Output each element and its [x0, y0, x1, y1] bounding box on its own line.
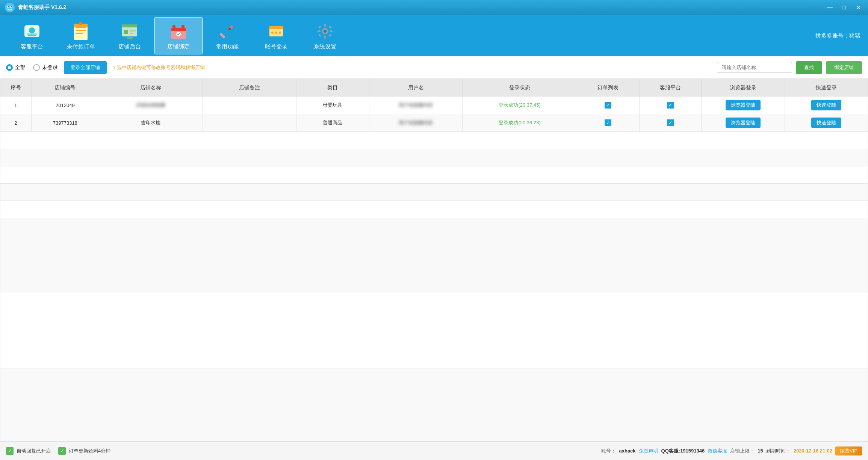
fast-login-button-2[interactable]: 快速登陆	[811, 118, 841, 128]
col-shop-name: 店铺名称	[99, 79, 203, 97]
expiry-value: 2020-12-16 21:02	[794, 448, 832, 454]
svg-point-29	[271, 32, 274, 34]
cell-service-2[interactable]: ✓	[639, 114, 702, 132]
nav-item-customer-service[interactable]: 客服平台	[8, 17, 56, 54]
radio-not-logged-circle	[33, 64, 40, 71]
auto-reply-checkbox[interactable]: ✓	[6, 447, 14, 455]
vip-button[interactable]: 续费VIP	[835, 446, 862, 455]
radio-all-circle	[6, 64, 13, 71]
radio-all[interactable]: 全部	[6, 64, 26, 71]
cell-shop-id-1: 2012049	[31, 97, 99, 114]
svg-rect-18	[130, 33, 133, 34]
filter-radio-group: 全部 未登录	[6, 64, 58, 71]
cell-category-1: 母婴玩具	[296, 97, 369, 114]
footer-right: 账号： axhack 免责声明 QQ客服:191591346 微信客服 店铺上限…	[601, 446, 862, 455]
nav-item-shop-bind[interactable]: 店铺绑定	[154, 17, 203, 54]
svg-rect-38	[318, 25, 321, 28]
browser-login-button-1[interactable]: 浏览器登陆	[726, 100, 761, 110]
svg-rect-17	[130, 30, 136, 32]
search-input[interactable]	[717, 62, 792, 73]
table-header-row: 序号 店铺编号 店铺名称 店铺备注 类目 用户名 登录状态 订单列表 客服平台 …	[0, 79, 868, 97]
col-fast-login: 快速登录	[785, 79, 868, 97]
nav-item-common-functions[interactable]: 常用功能	[203, 17, 252, 54]
disclaimer-link[interactable]: 免责声明	[639, 448, 658, 454]
search-button[interactable]: 查找	[796, 61, 822, 74]
bind-shop-button[interactable]: 绑定店铺	[826, 61, 862, 74]
col-category: 类目	[296, 79, 369, 97]
col-index: 序号	[0, 79, 32, 97]
minimize-button[interactable]: —	[823, 2, 836, 13]
shop-backend-icon	[120, 21, 139, 41]
nav-label-system-settings: 系统设置	[314, 43, 336, 50]
username-blurred-1: 用户名隐藏内容	[399, 102, 433, 108]
nav-item-system-settings[interactable]: 系统设置	[301, 17, 349, 54]
order-checkbox-1[interactable]: ✓	[605, 102, 611, 109]
shop-table: 序号 店铺编号 店铺名称 店铺备注 类目 用户名 登录状态 订单列表 客服平台 …	[0, 79, 868, 441]
svg-rect-39	[329, 25, 332, 28]
cell-order-2[interactable]: ✓	[577, 114, 639, 132]
window-controls: — □ ✕	[823, 0, 865, 15]
svg-point-0	[5, 3, 15, 12]
hint-text: 1.选中店铺右键可修改账号密码和解绑店铺	[113, 64, 205, 71]
table-row-empty	[0, 201, 868, 218]
cell-username-1: 用户名隐藏内容	[369, 97, 463, 114]
footer-left: ✓ 自动回复已开启 ✓ 订单更新还剩4分钟	[6, 447, 110, 455]
auto-reply-label: 自动回复已开启	[17, 448, 51, 454]
cell-username-2: 用户名隐藏内容	[369, 114, 463, 132]
nav-item-unpaid-orders[interactable]: 未付款订单	[56, 17, 105, 54]
wechat-service-link[interactable]: 微信客服	[708, 448, 727, 454]
account-label: 账号：	[601, 448, 616, 454]
svg-point-6	[29, 27, 35, 33]
col-shop-remark: 店铺备注	[203, 79, 296, 97]
nav-item-account-login[interactable]: 账号登录	[252, 17, 301, 54]
order-update-checkbox[interactable]: ✓	[58, 447, 66, 455]
cell-service-1[interactable]: ✓	[639, 97, 702, 114]
svg-rect-10	[76, 30, 86, 31]
svg-rect-34	[324, 24, 326, 27]
table-row-empty	[0, 293, 868, 368]
order-checkbox-2[interactable]: ✓	[605, 119, 611, 126]
svg-rect-28	[269, 26, 283, 29]
radio-not-logged[interactable]: 未登录	[33, 64, 58, 71]
username-blurred-2: 用户名隐藏内容	[399, 120, 433, 125]
shop-limit-value: 15	[758, 448, 763, 454]
cell-order-1[interactable]: ✓	[577, 97, 639, 114]
radio-not-logged-label: 未登录	[42, 64, 58, 71]
cell-browser-login-2[interactable]: 浏览器登陆	[702, 114, 785, 132]
table-row: 2 739773318 吉印水族 普通商品 用户名隐藏内容 登录成功(20:36…	[0, 114, 868, 132]
order-update-label: 订单更新还剩4分钟	[69, 448, 110, 454]
close-button[interactable]: ✕	[851, 2, 865, 13]
service-checkbox-1[interactable]: ✓	[667, 102, 674, 109]
cell-index-1: 1	[0, 97, 32, 114]
svg-point-3	[8, 6, 9, 8]
system-settings-icon	[315, 21, 335, 41]
col-service-platform: 客服平台	[639, 79, 702, 97]
main-content: 全部 未登录 登录全部店铺 1.选中店铺右键可修改账号密码和解绑店铺 查找 绑定…	[0, 56, 868, 441]
fast-login-button-1[interactable]: 快速登陆	[811, 100, 841, 110]
shop-bind-icon	[169, 21, 188, 41]
order-update-item: ✓ 订单更新还剩4分钟	[58, 447, 110, 455]
table-row-empty	[0, 132, 868, 149]
svg-point-4	[11, 6, 12, 8]
nav-label-shop-backend: 店铺后台	[118, 43, 141, 50]
qq-service: QQ客服:191591346	[661, 448, 705, 454]
cell-fast-login-2[interactable]: 快速登陆	[785, 114, 868, 132]
cell-fast-login-1[interactable]: 快速登陆	[785, 97, 868, 114]
nav-label-shop-bind: 店铺绑定	[167, 43, 190, 50]
svg-rect-36	[318, 30, 321, 32]
col-order-list: 订单列表	[577, 79, 639, 97]
nav-user-info: 拼多多账号：猪猪	[815, 32, 860, 39]
cell-remark-2	[203, 114, 296, 132]
login-all-button[interactable]: 登录全部店铺	[64, 61, 107, 74]
maximize-button[interactable]: □	[837, 2, 851, 13]
app-logo	[5, 2, 15, 13]
svg-rect-13	[79, 22, 82, 25]
cell-status-2: 登录成功(20:36:23)	[463, 114, 577, 132]
nav-item-shop-backend[interactable]: 店铺后台	[105, 17, 154, 54]
cell-browser-login-1[interactable]: 浏览器登陆	[702, 97, 785, 114]
svg-point-33	[324, 30, 327, 33]
service-checkbox-2[interactable]: ✓	[667, 119, 674, 126]
table-row-empty	[0, 368, 868, 442]
common-functions-icon	[218, 21, 237, 41]
browser-login-button-2[interactable]: 浏览器登陆	[726, 118, 761, 128]
